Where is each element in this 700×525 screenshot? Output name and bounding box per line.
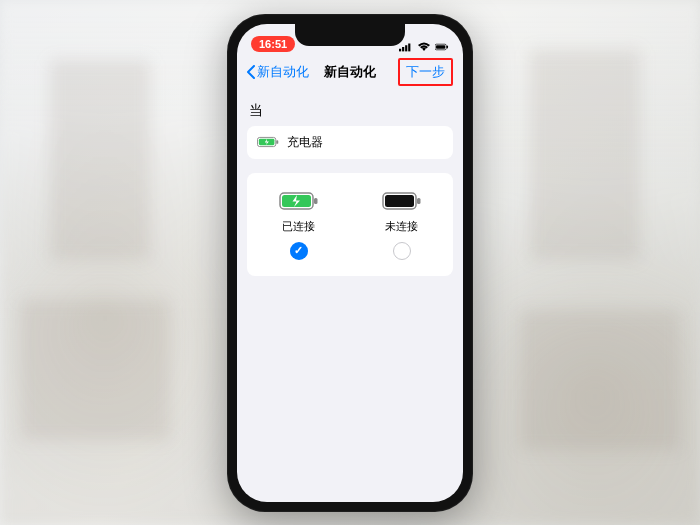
svg-rect-2 <box>405 45 407 51</box>
back-label: 新自动化 <box>257 63 309 81</box>
status-time: 16:51 <box>251 36 295 52</box>
trigger-label: 充电器 <box>287 134 323 151</box>
next-label: 下一步 <box>406 64 445 79</box>
status-right <box>399 42 449 52</box>
option-connected[interactable]: 已连接 <box>247 191 350 260</box>
radio-connected[interactable] <box>290 242 308 260</box>
nav-bar: 新自动化 新自动化 下一步 <box>237 54 463 90</box>
charger-icon <box>257 136 279 148</box>
phone-frame: 16:51 新自动化 新自动化 下一步 当 <box>227 14 473 512</box>
radio-disconnected[interactable] <box>393 242 411 260</box>
svg-rect-15 <box>417 198 421 204</box>
wifi-icon <box>417 42 431 52</box>
battery-charging-icon <box>279 191 319 211</box>
next-button[interactable]: 下一步 <box>398 58 453 86</box>
when-label: 当 <box>249 102 451 120</box>
svg-rect-9 <box>276 140 278 144</box>
nav-title: 新自动化 <box>324 63 376 81</box>
option-disconnected[interactable]: 未连接 <box>350 191 453 260</box>
svg-rect-6 <box>447 45 448 48</box>
svg-rect-14 <box>385 195 414 207</box>
option-disconnected-label: 未连接 <box>385 219 418 234</box>
trigger-row[interactable]: 充电器 <box>247 126 453 159</box>
notch <box>295 24 405 46</box>
svg-rect-3 <box>408 43 410 51</box>
svg-rect-5 <box>436 45 445 49</box>
svg-rect-1 <box>402 47 404 51</box>
battery-status-icon <box>435 42 449 52</box>
svg-rect-0 <box>399 48 401 51</box>
option-connected-label: 已连接 <box>282 219 315 234</box>
battery-full-icon <box>382 191 422 211</box>
signal-icon <box>399 42 413 52</box>
back-button[interactable]: 新自动化 <box>247 63 309 81</box>
screen: 16:51 新自动化 新自动化 下一步 当 <box>237 24 463 502</box>
options-card: 已连接 未连接 <box>247 173 453 276</box>
chevron-left-icon <box>247 65 255 79</box>
content-area: 当 充电器 <box>237 90 463 284</box>
svg-rect-12 <box>314 198 318 204</box>
